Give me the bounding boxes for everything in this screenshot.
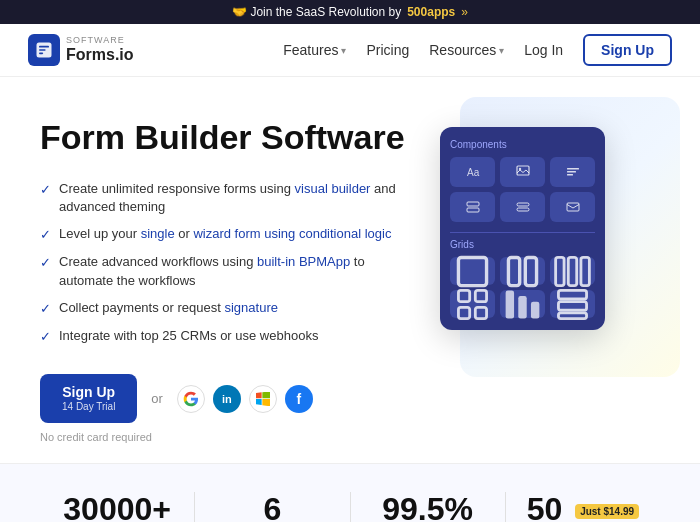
- brand-sub: software: [66, 36, 134, 46]
- stat-apps-value: 50 Just $14.99: [526, 492, 640, 522]
- single-link[interactable]: single: [141, 226, 175, 241]
- component-image: [500, 157, 545, 187]
- component-email: [550, 192, 595, 222]
- mockup-divider: [450, 232, 595, 233]
- stat-businesses: 30000+ Businesses: [40, 492, 195, 522]
- grids-grid: [450, 257, 595, 318]
- stat-uptime-value: 99.5%: [371, 492, 485, 522]
- social-icons: in f: [177, 385, 313, 413]
- svg-rect-8: [567, 171, 576, 173]
- feature-2: ✓ Level up your single or wizard form us…: [40, 225, 420, 244]
- hero-section: Form Builder Software ✓ Create unlimited…: [0, 77, 700, 463]
- hero-features: ✓ Create unlimited responsive forms usin…: [40, 180, 420, 346]
- check-icon-5: ✓: [40, 328, 51, 346]
- stat-datacenters: 6 Data Centers: [195, 492, 350, 522]
- svg-text:Aa: Aa: [467, 167, 480, 178]
- svg-rect-21: [458, 290, 469, 301]
- grid-item-4: [450, 290, 495, 318]
- nav-features[interactable]: Features ▾: [283, 42, 346, 58]
- svg-rect-23: [458, 307, 469, 318]
- windows-signin-icon[interactable]: [249, 385, 277, 413]
- svg-rect-11: [467, 208, 479, 212]
- svg-rect-9: [567, 174, 573, 176]
- resources-chevron-icon: ▾: [499, 45, 504, 56]
- svg-rect-30: [558, 312, 586, 318]
- announcement-highlight[interactable]: 500apps: [407, 5, 455, 19]
- check-icon-2: ✓: [40, 226, 51, 244]
- svg-rect-27: [531, 301, 539, 318]
- stat-datacenters-value: 6: [215, 492, 329, 522]
- form-builder-mockup: Components Aa: [440, 127, 605, 330]
- signature-link[interactable]: signature: [224, 300, 277, 315]
- svg-rect-7: [567, 168, 579, 170]
- no-credit-card-text: No credit card required: [40, 431, 420, 443]
- google-signin-icon[interactable]: [177, 385, 205, 413]
- svg-rect-12: [517, 203, 529, 206]
- svg-rect-26: [518, 296, 526, 319]
- feature-5: ✓ Integrate with top 25 CRMs or use webh…: [40, 327, 420, 346]
- facebook-signin-icon[interactable]: f: [285, 385, 313, 413]
- stat-businesses-value: 30000+: [60, 492, 174, 522]
- signup-main-button[interactable]: Sign Up 14 Day Trial: [40, 374, 137, 423]
- feature-3: ✓ Create advanced workflows using built-…: [40, 253, 420, 289]
- svg-rect-29: [558, 301, 586, 309]
- component-radio: [500, 192, 545, 222]
- navbar: software Forms.io Features ▾ Pricing Res…: [0, 24, 700, 77]
- announcement-text: 🤝 Join the SaaS Revolution by: [232, 5, 401, 19]
- grid-item-6: [550, 290, 595, 318]
- linkedin-signin-icon[interactable]: in: [213, 385, 241, 413]
- bpmapp-link[interactable]: built-in BPMApp: [257, 254, 350, 269]
- check-icon-4: ✓: [40, 300, 51, 318]
- visual-builder-link[interactable]: visual builder: [295, 181, 371, 196]
- nav-links: Features ▾ Pricing Resources ▾ Log In Si…: [283, 34, 672, 66]
- components-label: Components: [450, 139, 595, 150]
- grid-item-5: [500, 290, 545, 318]
- nav-resources[interactable]: Resources ▾: [429, 42, 504, 58]
- hero-title: Form Builder Software: [40, 117, 420, 158]
- svg-rect-22: [475, 290, 486, 301]
- nav-pricing[interactable]: Pricing: [366, 42, 409, 58]
- hero-mockup: Components Aa: [430, 107, 670, 397]
- svg-rect-10: [467, 202, 479, 206]
- component-text: Aa: [450, 157, 495, 187]
- component-form: [450, 192, 495, 222]
- login-button[interactable]: Log In: [524, 42, 563, 58]
- stat-uptime: 99.5% Global Uptime: [351, 492, 506, 522]
- stat-apps-badge: Just $14.99: [575, 504, 639, 519]
- svg-rect-13: [517, 208, 529, 211]
- svg-rect-24: [475, 307, 486, 318]
- feature-1: ✓ Create unlimited responsive forms usin…: [40, 180, 420, 216]
- logo-text: software Forms.io: [66, 36, 134, 63]
- logo-icon: [28, 34, 60, 66]
- svg-rect-28: [558, 290, 586, 298]
- features-chevron-icon: ▾: [341, 45, 346, 56]
- or-label: or: [151, 391, 163, 406]
- signup-nav-button[interactable]: Sign Up: [583, 34, 672, 66]
- svg-rect-1: [39, 46, 49, 48]
- svg-rect-14: [567, 203, 579, 211]
- svg-rect-25: [506, 290, 514, 318]
- brand-name: Forms.io: [66, 46, 134, 64]
- components-grid: Aa: [450, 157, 595, 222]
- stat-apps: 50 Just $14.99 Apps: [506, 492, 660, 522]
- hero-cta: Sign Up 14 Day Trial or in: [40, 374, 420, 423]
- check-icon-1: ✓: [40, 181, 51, 199]
- svg-rect-3: [39, 53, 43, 55]
- wizard-link[interactable]: wizard form using conditional logic: [193, 226, 391, 241]
- component-list: [550, 157, 595, 187]
- announcement-arrow: »: [461, 5, 468, 19]
- feature-4: ✓ Collect payments or request signature: [40, 299, 420, 318]
- logo-area[interactable]: software Forms.io: [28, 34, 134, 66]
- stats-bar: 30000+ Businesses 6 Data Centers 99.5% G…: [0, 463, 700, 522]
- check-icon-3: ✓: [40, 254, 51, 272]
- svg-rect-2: [39, 49, 46, 51]
- announcement-bar: 🤝 Join the SaaS Revolution by 500apps »: [0, 0, 700, 24]
- hero-left: Form Builder Software ✓ Create unlimited…: [40, 117, 420, 443]
